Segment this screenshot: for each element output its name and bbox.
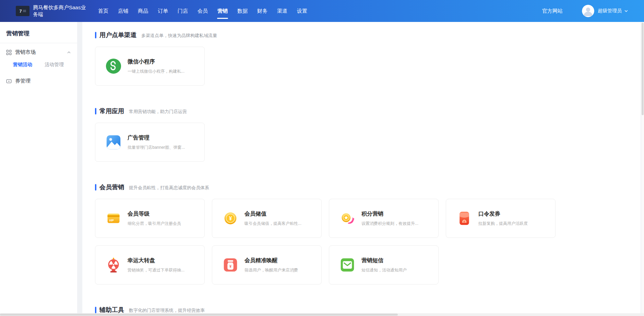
topbar-right: 官方网站 超级管理员 <box>542 5 628 17</box>
sms-envelope-icon <box>339 257 355 273</box>
card-body: 口令发券拉新复购，提高用户活跃度 <box>478 210 528 227</box>
card-title: 营销短信 <box>361 257 407 264</box>
section-accent-bar <box>95 307 96 313</box>
svg-text:¥: ¥ <box>229 216 232 221</box>
card-body: 积分营销设置消费积分规则，有效提升... <box>361 210 418 227</box>
card-description: 营销抽奖，可通过下单获得抽... <box>128 267 184 273</box>
card-title: 口令发券 <box>478 210 528 218</box>
topnav-item-营销[interactable]: 营销 <box>213 0 232 22</box>
card-description: 拉新复购，提高用户活跃度 <box>478 221 528 227</box>
topnav-item-设置[interactable]: 设置 <box>292 0 312 22</box>
section-header: 用户点单渠道多渠道点单，快速为品牌构建私域流量 <box>95 31 641 39</box>
section-title: 用户点单渠道 <box>99 31 136 39</box>
card-title: 幸运大转盘 <box>128 257 184 264</box>
section-header: 常用应用常用营销功能，助力门店运营 <box>95 107 641 115</box>
card-title: 微信小程序 <box>128 58 184 65</box>
grid-icon <box>6 50 12 55</box>
card-description: 一键上线微信小程序，构建私... <box>128 69 184 74</box>
vip-card-icon: VIP <box>106 210 121 226</box>
topnav-item-门店[interactable]: 门店 <box>173 0 193 22</box>
card-description: 短信通知，活动通知用户 <box>361 267 407 273</box>
main-panel: 用户点单渠道多渠道点单，快速为品牌构建私域流量微信小程序一键上线微信小程序，构建… <box>82 22 641 313</box>
section-subtitle: 多渠道点单，快速为品牌构建私域流量 <box>141 32 217 39</box>
horizontal-scrollbar-thumb[interactable] <box>0 314 398 316</box>
topnav-item-财务[interactable]: 财务 <box>252 0 272 22</box>
section-subtitle: 常用营销功能，助力门店运营 <box>129 108 187 115</box>
vertical-scrollbar[interactable] <box>641 22 644 313</box>
app-root: 7 腾马餐饮多商户Saas业务端 首页店铺商品订单门店会员营销数据财务渠道设置 … <box>0 0 644 316</box>
card-title: 会员精准唤醒 <box>245 257 298 264</box>
card-body: 营销短信短信通知，活动通知用户 <box>361 257 407 273</box>
svg-text:¥: ¥ <box>229 264 232 268</box>
chevron-up-icon[interactable] <box>67 50 71 54</box>
card-grid: VIP会员等级细化分层，吸引用户注册会员¥会员储值吸引会员储值，提高客户粘性..… <box>95 199 641 284</box>
section-accent-bar <box>95 108 96 114</box>
chevron-down-icon[interactable] <box>624 9 628 13</box>
member-wake-icon: ¥ <box>223 257 238 273</box>
official-site-link[interactable]: 官方网站 <box>542 8 563 14</box>
section-title: 会员营销 <box>99 183 124 191</box>
section-subtitle: 提升会员粘性，打造高忠诚度的会员体系 <box>129 184 209 191</box>
section-header: 辅助工具数字化的门店管理系统，提升经营效率 <box>95 306 641 313</box>
card-口令发券[interactable]: 口令发券拉新复购，提高用户活跃度 <box>446 199 556 238</box>
card-title: 广告管理 <box>128 134 185 142</box>
topnav-item-会员[interactable]: 会员 <box>193 0 213 22</box>
topnav-item-数据[interactable]: 数据 <box>232 0 252 22</box>
red-envelope-icon <box>456 210 472 226</box>
card-title: 积分营销 <box>361 210 418 218</box>
card-广告管理[interactable]: 广告管理批量管理门店banner图、弹窗... <box>95 123 205 162</box>
card-幸运大转盘[interactable]: 幸运大转盘营销抽奖，可通过下单获得抽... <box>95 245 205 284</box>
card-body: 微信小程序一键上线微信小程序，构建私... <box>128 58 184 74</box>
gold-coin-icon: ¥ <box>223 210 238 226</box>
section-常用应用: 常用应用常用营销功能，助力门店运营广告管理批量管理门店banner图、弹窗... <box>95 107 641 162</box>
card-body: 会员精准唤醒筛选用户，唤醒用户来店消费 <box>245 257 298 273</box>
ad-image-icon <box>106 134 121 150</box>
topbar: 7 腾马餐饮多商户Saas业务端 首页店铺商品订单门店会员营销数据财务渠道设置 … <box>0 0 644 22</box>
card-积分营销[interactable]: 积分营销设置消费积分规则，有效提升... <box>329 199 439 238</box>
section-header: 会员营销提升会员粘性，打造高忠诚度的会员体系 <box>95 183 641 191</box>
topnav-item-订单[interactable]: 订单 <box>153 0 173 22</box>
user-avatar-icon[interactable] <box>582 5 594 17</box>
ticket-icon <box>6 78 12 84</box>
section-accent-bar <box>95 184 96 191</box>
section-subtitle: 数字化的门店管理系统，提升经营效率 <box>129 306 205 314</box>
sidebar: 营销管理 营销市场营销活动活动管理券管理 <box>0 22 77 313</box>
card-body: 广告管理批量管理门店banner图、弹窗... <box>128 134 185 150</box>
user-name[interactable]: 超级管理员 <box>598 8 622 14</box>
app-logo[interactable]: 7 <box>16 6 29 16</box>
topnav-item-店铺[interactable]: 店铺 <box>113 0 133 22</box>
sidebar-group-营销市场[interactable]: 营销市场 <box>0 43 77 59</box>
wechat-miniprogram-icon <box>106 58 121 74</box>
card-会员精准唤醒[interactable]: ¥会员精准唤醒筛选用户，唤醒用户来店消费 <box>212 245 322 284</box>
card-会员储值[interactable]: ¥会员储值吸引会员储值，提高客户粘性... <box>212 199 322 238</box>
card-body: 幸运大转盘营销抽奖，可通过下单获得抽... <box>128 257 184 273</box>
sidebar-children: 营销活动活动管理 <box>0 59 77 72</box>
card-title: 会员等级 <box>128 210 181 218</box>
card-营销短信[interactable]: 营销短信短信通知，活动通知用户 <box>329 245 439 284</box>
card-description: 吸引会员储值，提高客户粘性... <box>245 221 301 227</box>
logo-glyph: 7 <box>19 9 22 13</box>
card-grid: 微信小程序一键上线微信小程序，构建私... <box>95 47 641 86</box>
sidebar-group-券管理[interactable]: 券管理 <box>0 72 77 88</box>
topnav-item-首页[interactable]: 首页 <box>93 0 113 22</box>
topnav-item-商品[interactable]: 商品 <box>133 0 153 22</box>
section-用户点单渠道: 用户点单渠道多渠道点单，快速为品牌构建私域流量微信小程序一键上线微信小程序，构建… <box>95 31 641 86</box>
sidebar-title: 营销管理 <box>0 22 77 43</box>
card-微信小程序[interactable]: 微信小程序一键上线微信小程序，构建私... <box>95 47 205 86</box>
section-title: 辅助工具 <box>99 306 124 313</box>
section-辅助工具: 辅助工具数字化的门店管理系统，提升经营效率 <box>95 306 641 313</box>
topnav-item-渠道[interactable]: 渠道 <box>272 0 292 22</box>
section-会员营销: 会员营销提升会员粘性，打造高忠诚度的会员体系VIP会员等级细化分层，吸引用户注册… <box>95 183 641 284</box>
horizontal-scrollbar[interactable] <box>0 313 644 316</box>
card-body: 会员储值吸引会员储值，提高客户粘性... <box>245 210 301 227</box>
section-title: 常用应用 <box>99 107 124 115</box>
topnav: 首页店铺商品订单门店会员营销数据财务渠道设置 <box>93 0 312 22</box>
card-会员等级[interactable]: VIP会员等级细化分层，吸引用户注册会员 <box>95 199 205 238</box>
sidebar-item-营销活动[interactable]: 营销活动 <box>13 62 32 68</box>
sidebar-item-活动管理[interactable]: 活动管理 <box>45 62 64 68</box>
card-description: 筛选用户，唤醒用户来店消费 <box>245 267 298 273</box>
card-title: 会员储值 <box>245 210 301 218</box>
card-grid: 广告管理批量管理门店banner图、弹窗... <box>95 123 641 162</box>
vertical-scrollbar-thumb[interactable] <box>642 23 644 115</box>
card-description: 细化分层，吸引用户注册会员 <box>128 221 181 227</box>
